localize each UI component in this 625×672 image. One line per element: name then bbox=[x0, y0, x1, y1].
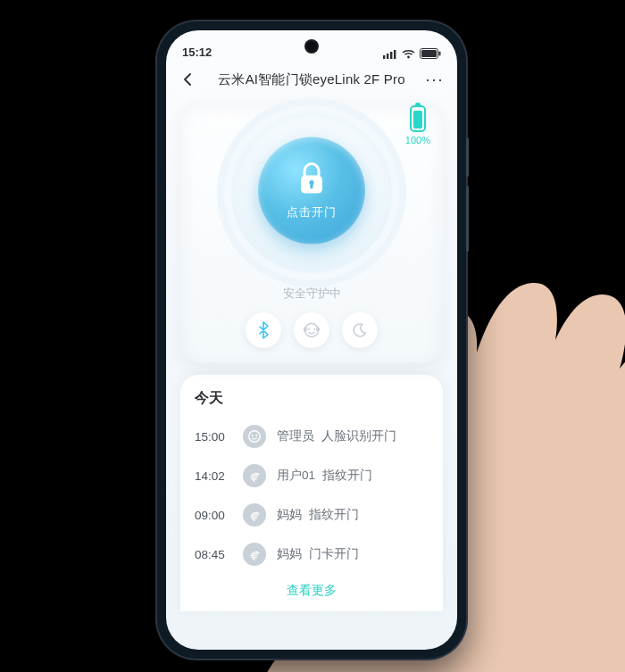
svg-rect-1 bbox=[387, 54, 388, 59]
lock-halo: 点击开门 bbox=[231, 112, 392, 273]
fingerprint-icon bbox=[243, 543, 266, 566]
lock-hero-card: 100% 点击开门 安全守护中 bbox=[180, 100, 443, 362]
battery-cell-icon bbox=[410, 105, 426, 132]
battery-icon bbox=[420, 48, 441, 59]
svg-point-16 bbox=[249, 431, 260, 442]
log-text: 妈妈 门卡开门 bbox=[277, 546, 359, 562]
lock-battery-indicator: 100% bbox=[405, 105, 430, 145]
log-row[interactable]: 09:00妈妈 指纹开门 bbox=[195, 495, 429, 535]
moon-icon bbox=[352, 322, 368, 338]
screen: 15:12 云米AI智能门锁eyeLink 2F Pro ··· 100% bbox=[166, 30, 457, 650]
wifi-icon bbox=[402, 49, 415, 59]
svg-rect-7 bbox=[439, 52, 441, 56]
log-text: 管理员 人脸识别开门 bbox=[277, 428, 396, 444]
app-header: 云米AI智能门锁eyeLink 2F Pro ··· bbox=[166, 61, 457, 95]
bluetooth-icon bbox=[256, 321, 271, 339]
child-icon bbox=[303, 321, 321, 339]
svg-rect-10 bbox=[310, 184, 312, 189]
more-button[interactable]: ··· bbox=[425, 71, 445, 89]
activity-log-card: 今天 15:00管理员 人脸识别开门14:02用户01 指纹开门09:00妈妈 … bbox=[180, 375, 443, 611]
unlock-button-label: 点击开门 bbox=[287, 204, 337, 220]
log-time: 08:45 bbox=[195, 548, 232, 561]
child-mode-toggle[interactable] bbox=[294, 312, 329, 348]
log-text: 妈妈 指纹开门 bbox=[277, 507, 359, 523]
back-button[interactable] bbox=[179, 70, 198, 89]
svg-rect-0 bbox=[383, 55, 385, 59]
log-text: 用户01 指纹开门 bbox=[277, 468, 372, 484]
feature-icon-row bbox=[189, 312, 434, 348]
log-time: 15:00 bbox=[195, 430, 232, 444]
log-section-title: 今天 bbox=[195, 389, 429, 408]
fingerprint-icon bbox=[243, 503, 266, 527]
svg-point-17 bbox=[252, 435, 254, 436]
chevron-left-icon bbox=[182, 73, 195, 86]
cellular-icon bbox=[383, 49, 397, 59]
unlock-button[interactable]: 点击开门 bbox=[258, 137, 365, 245]
log-row[interactable]: 08:45妈妈 门卡开门 bbox=[195, 535, 429, 574]
svg-rect-2 bbox=[390, 52, 392, 59]
night-mode-toggle[interactable] bbox=[342, 312, 378, 348]
see-more-link[interactable]: 查看更多 bbox=[195, 574, 429, 602]
svg-point-18 bbox=[255, 435, 257, 436]
face-icon bbox=[243, 425, 266, 448]
log-time: 14:02 bbox=[195, 469, 232, 483]
svg-rect-3 bbox=[394, 50, 396, 59]
lock-icon bbox=[296, 162, 327, 197]
phone-frame: 15:12 云米AI智能门锁eyeLink 2F Pro ··· 100% bbox=[157, 21, 466, 659]
lock-status-text: 安全守护中 bbox=[189, 286, 434, 302]
log-time: 09:00 bbox=[195, 509, 232, 522]
svg-point-4 bbox=[407, 55, 410, 58]
svg-point-13 bbox=[313, 328, 315, 330]
bluetooth-toggle[interactable] bbox=[246, 312, 281, 348]
log-row[interactable]: 14:02用户01 指纹开门 bbox=[195, 456, 429, 495]
fingerprint-icon bbox=[243, 464, 266, 487]
front-camera bbox=[306, 41, 317, 52]
battery-percentage: 100% bbox=[405, 135, 430, 145]
page-title: 云米AI智能门锁eyeLink 2F Pro bbox=[204, 71, 420, 88]
svg-rect-6 bbox=[421, 50, 437, 57]
status-time: 15:12 bbox=[182, 46, 212, 59]
svg-point-12 bbox=[308, 328, 310, 330]
log-row[interactable]: 15:00管理员 人脸识别开门 bbox=[195, 417, 429, 456]
